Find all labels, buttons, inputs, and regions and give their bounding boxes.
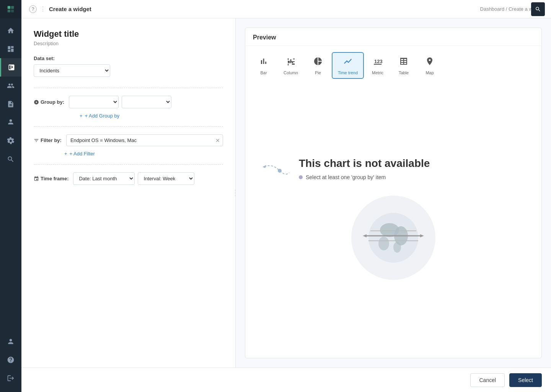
svg-point-13 [393, 242, 401, 253]
svg-marker-14 [420, 234, 424, 237]
metric-chart-icon: 123 [373, 57, 382, 68]
filter-row: Filter by: ✕ [34, 134, 223, 146]
sidebar-item-profile[interactable] [0, 332, 21, 351]
sidebar-item-home[interactable] [0, 21, 21, 40]
sidebar-item-incidents[interactable] [0, 77, 21, 95]
map-chart-icon [425, 57, 434, 68]
sidebar-item-help[interactable] [0, 351, 21, 369]
table-chart-icon [399, 57, 408, 68]
preview-content: This chart is not available Select at le… [245, 79, 541, 358]
handle-dot-1 [235, 189, 236, 191]
chart-type-time-trend-label: Time trend [338, 70, 358, 75]
handle-dot-3 [235, 195, 236, 196]
chart-type-time-trend[interactable]: Time trend [332, 52, 364, 79]
chart-type-column[interactable]: Column [277, 52, 304, 79]
not-available-title: This chart is not available [299, 157, 534, 170]
dataset-select[interactable]: Incidents Alerts Events Assets [34, 64, 110, 77]
right-panel: Preview Bar Column [236, 18, 551, 368]
timeframe-selects: Date: Last month Date: Last week Date: L… [73, 172, 194, 185]
sidebar-item-documents[interactable] [0, 95, 21, 113]
chart-type-map[interactable]: Map [417, 52, 442, 79]
group-by-label: Group by: [34, 99, 64, 105]
divider-1 [34, 88, 223, 88]
sidebar-bottom [0, 332, 21, 392]
arrow-illustration [261, 161, 291, 184]
select-button[interactable]: Select [509, 373, 542, 387]
timeframe-interval-select[interactable]: Interval: Week Interval: Day Interval: M… [138, 172, 194, 185]
preview-title: Preview [245, 28, 541, 46]
bar-chart-icon [259, 57, 268, 68]
not-available-subtitle: Select at least one 'group by' item [299, 174, 534, 180]
chart-type-selector: Bar Column Pie [245, 46, 541, 79]
group-by-selects [69, 96, 171, 108]
chart-type-metric-label: Metric [372, 70, 383, 75]
cancel-button[interactable]: Cancel [470, 373, 505, 387]
chart-type-table-label: Table [399, 70, 409, 75]
group-by-select-1[interactable] [69, 96, 119, 108]
add-group-by-link[interactable]: + + Add Group by [80, 113, 223, 119]
topbar-divider: ⋮ [40, 5, 46, 13]
svg-point-8 [278, 169, 282, 173]
handle-dot-2 [235, 192, 236, 194]
filter-input-wrap: ✕ [66, 134, 223, 146]
svg-text:123: 123 [374, 59, 382, 64]
topbar: ? ⋮ Create a widget Dashboard / Create a… [21, 0, 551, 18]
footer: Cancel Select [21, 368, 551, 392]
sidebar [0, 0, 21, 392]
filter-clear-icon[interactable]: ✕ [215, 137, 220, 144]
preview-box: Preview Bar Column [245, 28, 542, 358]
search-button[interactable] [531, 2, 545, 16]
group-by-select-2[interactable] [122, 96, 171, 108]
panel-resize-handle[interactable] [233, 189, 236, 196]
widget-description: Description [34, 41, 223, 46]
column-chart-icon [286, 57, 295, 68]
filter-label: Filter by: [34, 137, 62, 143]
topbar-left: ? ⋮ Create a widget [29, 5, 91, 13]
svg-rect-2 [8, 10, 10, 12]
svg-point-12 [378, 237, 389, 250]
chart-type-bar[interactable]: Bar [251, 52, 276, 79]
svg-point-9 [368, 213, 418, 263]
content-area: Widget title Description Data set: Incid… [21, 18, 551, 368]
svg-rect-3 [11, 10, 14, 12]
time-trend-chart-icon [343, 57, 352, 68]
globe-illustration [351, 196, 435, 280]
timeframe-row: Time frame: Date: Last month Date: Last … [34, 172, 223, 185]
page-title: Create a widget [49, 6, 91, 12]
timeframe-label: Time frame: [34, 176, 68, 181]
sidebar-nav [0, 18, 21, 332]
dot-accent [299, 175, 303, 179]
svg-rect-5 [290, 59, 291, 63]
sidebar-item-search[interactable] [0, 150, 21, 168]
left-panel: Widget title Description Data set: Incid… [21, 18, 236, 368]
group-by-row: Group by: [34, 96, 223, 108]
add-filter-link[interactable]: + + Add Filter [64, 151, 223, 157]
svg-rect-1 [11, 6, 14, 9]
sidebar-item-settings[interactable] [0, 132, 21, 150]
help-icon[interactable]: ? [29, 5, 37, 13]
svg-marker-15 [363, 234, 367, 237]
sidebar-item-logout[interactable] [0, 369, 21, 387]
chart-type-column-label: Column [284, 70, 298, 75]
widget-title: Widget title [34, 29, 223, 39]
sidebar-item-reports[interactable] [0, 58, 21, 77]
svg-rect-4 [289, 61, 290, 63]
chart-type-pie[interactable]: Pie [306, 52, 330, 79]
chart-type-map-label: Map [425, 70, 434, 75]
divider-3 [34, 164, 223, 165]
main-area: ? ⋮ Create a widget Dashboard / Create a… [21, 0, 551, 392]
svg-rect-6 [292, 62, 293, 63]
app-logo[interactable] [0, 0, 21, 18]
filter-input[interactable] [66, 134, 223, 146]
sidebar-item-users[interactable] [0, 113, 21, 132]
chart-type-metric[interactable]: 123 Metric [365, 52, 390, 79]
globe-svg [363, 207, 424, 268]
sidebar-item-dashboard[interactable] [0, 40, 21, 58]
dataset-field: Data set: Incidents Alerts Events Assets [34, 56, 223, 77]
pie-chart-icon [313, 57, 323, 68]
divider-2 [34, 126, 223, 127]
chart-type-pie-label: Pie [315, 70, 321, 75]
chart-type-table[interactable]: Table [391, 52, 416, 79]
chart-type-bar-label: Bar [260, 70, 267, 75]
timeframe-date-select[interactable]: Date: Last month Date: Last week Date: L… [73, 172, 135, 185]
